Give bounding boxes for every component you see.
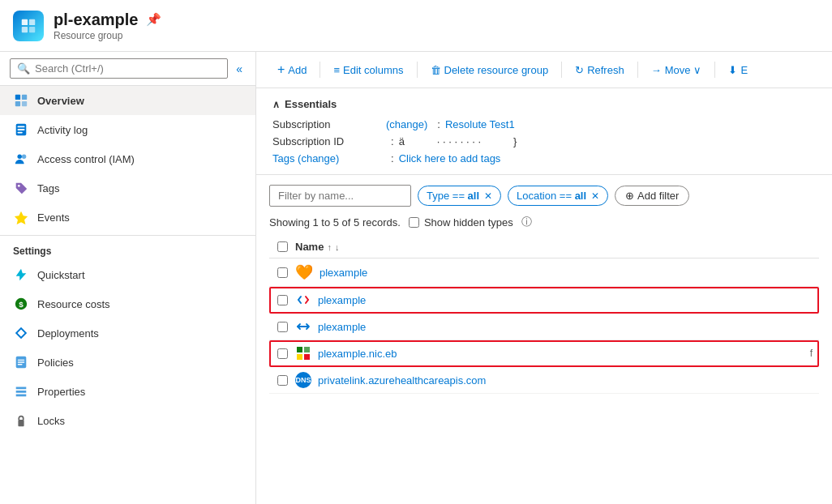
row4-check [269, 348, 295, 359]
refresh-button[interactable]: ↻ Refresh [567, 60, 633, 80]
records-count-text: Showing 1 to 5 of 5 records. [269, 216, 401, 229]
svg-rect-1 [29, 19, 35, 24]
show-hidden-label[interactable]: Show hidden types [409, 216, 513, 229]
sidebar-item-events[interactable]: Events [0, 203, 255, 232]
type-filter-close-icon[interactable]: ✕ [484, 190, 492, 202]
add-button[interactable]: + Add [269, 58, 315, 81]
tags-label[interactable]: Tags (change) [272, 152, 386, 164]
row2-icon [295, 292, 311, 308]
export-icon: ⬇ [728, 64, 737, 76]
search-box[interactable]: 🔍 [10, 58, 228, 79]
location-filter-tag[interactable]: Location == all ✕ [508, 186, 608, 206]
subscription-id-label: Subscription ID [272, 135, 386, 147]
svg-rect-5 [22, 95, 27, 100]
row2-name: plexample [318, 294, 366, 306]
resource-table: Name ↑ ↓ 🧡 plexample [269, 236, 819, 494]
type-filter-tag[interactable]: Type == all ✕ [418, 186, 501, 206]
row2-checkbox[interactable] [277, 295, 288, 305]
table-row: DNS privatelink.azurehealthcareapis.com [269, 367, 819, 394]
svg-rect-20 [297, 347, 302, 352]
filter-name-input[interactable] [269, 185, 411, 207]
toolbar-separator-4 [637, 62, 638, 78]
tags-value[interactable]: Click here to add tags [399, 152, 501, 164]
svg-marker-15 [15, 211, 28, 224]
overview-label: Overview [37, 95, 84, 107]
svg-rect-19 [18, 420, 24, 426]
row3-checkbox[interactable] [277, 322, 288, 332]
row4-suffix: f [810, 348, 819, 359]
sidebar-item-resource-costs[interactable]: $ Resource costs [0, 289, 255, 318]
sidebar-item-iam[interactable]: Access control (IAM) [0, 144, 255, 173]
export-button[interactable]: ⬇ E [720, 60, 756, 80]
sidebar-item-overview[interactable]: Overview [0, 86, 255, 115]
essentials-collapse-icon[interactable]: ∧ [272, 99, 280, 110]
properties-label: Properties [37, 386, 85, 398]
activity-log-label: Activity log [37, 124, 88, 136]
svg-rect-4 [15, 95, 20, 100]
svg-rect-3 [29, 26, 35, 32]
subscription-id-dots: · · · · · · · · [437, 135, 481, 147]
pin-icon[interactable]: 📌 [146, 12, 161, 27]
table-row: plexample.nic.eb f [269, 340, 819, 367]
row3-content[interactable]: plexample [295, 318, 819, 335]
deployments-label: Deployments [37, 327, 99, 340]
sort-down-icon: ↓ [335, 242, 340, 252]
sidebar-item-activity-log[interactable]: Activity log [0, 115, 255, 144]
header-subtitle: Resource group [54, 30, 161, 41]
overview-icon [13, 92, 29, 109]
subscription-id-colon: : [391, 135, 394, 147]
activity-log-icon [13, 122, 29, 138]
content-area: + Add ≡ Edit columns 🗑 Delete resource g… [256, 52, 832, 504]
subscription-change-link[interactable]: (change) [386, 118, 427, 130]
edit-columns-button[interactable]: ≡ Edit columns [325, 60, 411, 80]
iam-label: Access control (IAM) [37, 153, 135, 165]
app-icon [13, 11, 44, 41]
header-check-col [269, 241, 295, 252]
toolbar-separator-1 [320, 62, 320, 78]
row4-content[interactable]: plexample.nic.eb [295, 345, 810, 361]
sidebar-item-locks[interactable]: Locks [0, 406, 255, 435]
sidebar-item-deployments[interactable]: Deployments [0, 318, 255, 348]
svg-rect-22 [297, 354, 302, 360]
add-filter-button[interactable]: ⊕ Add filter [615, 186, 689, 206]
sidebar: 🔍 « Overview Activity log [0, 52, 256, 504]
sidebar-item-properties[interactable]: Properties [0, 377, 255, 406]
svg-rect-2 [22, 26, 28, 32]
row5-checkbox[interactable] [277, 375, 288, 386]
delete-button[interactable]: 🗑 Delete resource group [422, 60, 557, 80]
essentials-subscription-row: Subscription (change) : Resolute Test1 [272, 118, 816, 130]
location-filter-close-icon[interactable]: ✕ [591, 190, 599, 202]
subscription-colon: : [437, 118, 440, 130]
svg-rect-21 [304, 347, 310, 352]
toolbar: + Add ≡ Edit columns 🗑 Delete resource g… [256, 52, 832, 88]
svg-text:$: $ [19, 300, 24, 309]
iam-icon [13, 151, 29, 167]
essentials-subscription-id-row: Subscription ID : ä · · · · · · · · } [272, 135, 816, 147]
name-col-label: Name [295, 241, 324, 253]
subscription-id-suffix: } [513, 135, 517, 147]
tags-label: Tags [37, 182, 59, 194]
select-all-checkbox[interactable] [277, 241, 288, 252]
sidebar-item-quickstart[interactable]: Quickstart [0, 260, 255, 289]
events-label: Events [37, 211, 70, 224]
move-button[interactable]: → Move ∨ [643, 60, 710, 80]
sidebar-search-container: 🔍 « [0, 52, 255, 86]
toolbar-separator-2 [417, 62, 418, 78]
add-filter-label: Add filter [637, 190, 679, 202]
svg-point-13 [22, 155, 26, 159]
sidebar-item-policies[interactable]: Policies [0, 348, 255, 377]
row4-checkbox[interactable] [277, 348, 288, 359]
row2-content[interactable]: plexample [295, 292, 819, 308]
row1-content[interactable]: 🧡 plexample [295, 263, 819, 281]
header-name-col[interactable]: Name ↑ ↓ [295, 241, 819, 253]
search-input[interactable] [35, 62, 221, 75]
svg-rect-7 [22, 101, 27, 106]
show-hidden-checkbox[interactable] [409, 217, 419, 228]
subscription-value[interactable]: Resolute Test1 [445, 118, 515, 130]
collapse-sidebar-button[interactable]: « [233, 59, 246, 79]
row1-checkbox[interactable] [277, 267, 288, 278]
add-icon: + [277, 62, 285, 77]
row5-content[interactable]: DNS privatelink.azurehealthcareapis.com [295, 372, 819, 388]
sidebar-nav: Overview Activity log Access control (IA… [0, 86, 255, 435]
sidebar-item-tags[interactable]: Tags [0, 173, 255, 203]
